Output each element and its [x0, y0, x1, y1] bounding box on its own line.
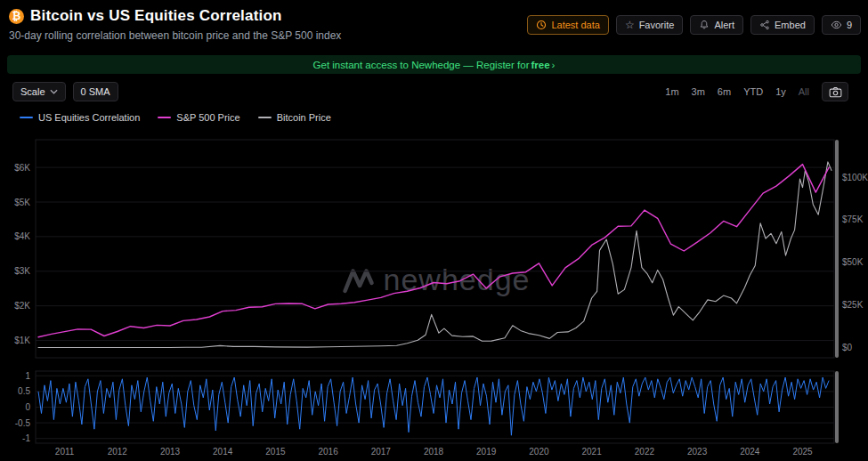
screenshot-button[interactable]: [822, 82, 848, 101]
svg-text:$6K: $6K: [14, 163, 30, 173]
chart-toolbar-left: Scale 0 SMA: [12, 82, 118, 101]
views-count: 9: [847, 20, 852, 30]
svg-text:$100K: $100K: [842, 173, 868, 182]
legend-item-sp500[interactable]: S&P 500 Price: [158, 112, 239, 123]
svg-text:$0: $0: [842, 343, 853, 352]
latest-data-button[interactable]: Latest data: [527, 15, 608, 35]
header-actions: Latest data ☆ Favorite Alert Embed: [527, 15, 861, 35]
svg-text:$3K: $3K: [14, 266, 30, 276]
legend-label-sp500: S&P 500 Price: [176, 112, 239, 123]
range-6m[interactable]: 6m: [718, 86, 731, 97]
svg-text:$4K: $4K: [14, 231, 30, 241]
svg-text:0: 0: [25, 402, 30, 412]
svg-text:$5K: $5K: [14, 198, 30, 207]
price-scale-handle: [835, 140, 839, 358]
chart-toolbar-right: 1m 3m 6m YTD 1y All: [665, 82, 848, 101]
legend-item-correlation[interactable]: US Equities Correlation: [20, 112, 140, 123]
svg-text:2011: 2011: [55, 447, 75, 457]
scale-label: Scale: [20, 86, 45, 97]
chevron-down-icon: [50, 89, 58, 94]
svg-text:$50K: $50K: [842, 257, 864, 267]
alert-button[interactable]: Alert: [690, 15, 743, 35]
clock-icon: [536, 20, 547, 30]
sma-button[interactable]: 0 SMA: [73, 82, 118, 101]
alert-label: Alert: [714, 20, 734, 30]
app-root: ₿ Bitcoin vs US Equities Correlation 30-…: [0, 0, 868, 461]
favorite-label: Favorite: [639, 20, 675, 30]
correlation-chart[interactable]: 10.50-0.5-120112012201320142015201620172…: [0, 360, 868, 461]
svg-text:2025: 2025: [792, 447, 813, 457]
bell-icon: [699, 20, 710, 30]
embed-label: Embed: [775, 20, 806, 30]
camera-icon: [829, 86, 842, 98]
latest-data-label: Latest data: [551, 20, 599, 30]
correlation-scale-handle: [835, 371, 839, 443]
range-3m[interactable]: 3m: [692, 86, 705, 97]
chart-legend: US Equities Correlation S&P 500 Price Bi…: [20, 112, 331, 123]
svg-text:0.5: 0.5: [18, 386, 30, 396]
svg-text:$1K: $1K: [14, 336, 30, 345]
svg-text:2024: 2024: [740, 447, 760, 457]
register-banner[interactable]: Get instant access to Newhedge — Registe…: [7, 55, 861, 74]
svg-text:2023: 2023: [687, 447, 708, 457]
svg-text:2012: 2012: [108, 447, 128, 457]
svg-text:$75K: $75K: [842, 214, 864, 224]
page-header: ₿ Bitcoin vs US Equities Correlation: [9, 7, 282, 25]
scale-dropdown[interactable]: Scale: [12, 82, 66, 101]
range-1y[interactable]: 1y: [775, 86, 786, 97]
svg-text:2020: 2020: [529, 447, 549, 457]
views-button[interactable]: 9: [822, 15, 861, 35]
banner-arrow: ›: [552, 60, 556, 70]
page-subtitle: 30-day rolling correlation between bitco…: [9, 29, 341, 42]
range-all[interactable]: All: [799, 86, 809, 97]
price-chart[interactable]: $6K$5K$4K$3K$2K$1K$100K$75K$50K$25K$0: [0, 133, 868, 360]
eye-icon: [831, 20, 842, 30]
star-icon: ☆: [625, 20, 635, 30]
sma-label: 0 SMA: [81, 86, 110, 97]
legend-item-bitcoin[interactable]: Bitcoin Price: [258, 112, 331, 123]
share-icon: [759, 20, 770, 30]
svg-text:2016: 2016: [318, 447, 338, 457]
svg-text:-1: -1: [22, 433, 30, 443]
svg-text:$25K: $25K: [842, 300, 864, 310]
legend-label-correlation: US Equities Correlation: [38, 112, 140, 123]
svg-text:2017: 2017: [371, 447, 392, 457]
correlation-line-marker: [20, 117, 33, 118]
svg-text:2022: 2022: [635, 447, 655, 457]
embed-button[interactable]: Embed: [750, 15, 815, 35]
page-title: Bitcoin vs US Equities Correlation: [30, 7, 282, 25]
legend-label-bitcoin: Bitcoin Price: [277, 112, 331, 123]
svg-text:-0.5: -0.5: [15, 418, 31, 428]
svg-text:2013: 2013: [160, 447, 181, 457]
svg-text:2019: 2019: [476, 447, 497, 457]
bitcoin-icon: ₿: [9, 9, 24, 24]
banner-text: Get instant access to Newhedge — Registe…: [313, 60, 530, 70]
bitcoin-line-marker: [258, 117, 272, 118]
svg-text:2015: 2015: [265, 447, 286, 457]
range-1m[interactable]: 1m: [665, 86, 678, 97]
svg-text:1: 1: [25, 371, 30, 381]
svg-text:2018: 2018: [424, 447, 444, 457]
svg-text:2021: 2021: [581, 447, 602, 457]
favorite-button[interactable]: ☆ Favorite: [616, 15, 684, 35]
banner-free-text: free: [531, 60, 549, 70]
svg-text:2014: 2014: [213, 447, 233, 457]
sp500-line-marker: [158, 117, 171, 118]
svg-text:$2K: $2K: [14, 301, 30, 311]
range-ytd[interactable]: YTD: [743, 86, 763, 97]
